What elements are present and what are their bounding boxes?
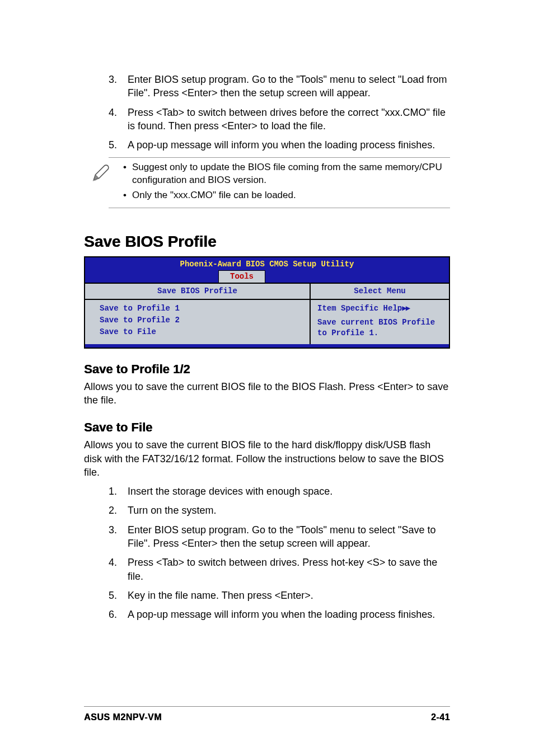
step-text: Insert the storage devices with enough s… [128,485,450,498]
list-item: 4.Press <Tab> to switch between drives. … [109,556,450,583]
list-item: 4. Press <Tab> to switch between drives … [109,106,450,133]
bios-tab-label: Tools [230,272,254,281]
bullet-icon: • [118,189,132,202]
step-number: 2. [109,504,128,517]
divider [109,208,450,208]
footer-product: ASUS M2NPV-VM [84,712,162,722]
bios-screenshot: Phoenix-Award BIOS CMOS Setup Utility To… [84,256,450,348]
note-text: Only the "xxx.CMO" file can be loaded. [132,189,450,202]
subsection-heading: Save to Profile 1/2 [84,362,450,377]
section-heading: Save BIOS Profile [84,233,450,251]
bios-right-header: Select Menu [311,284,449,300]
footer-page-number: 2-41 [431,712,450,722]
step-number: 4. [109,106,128,133]
step-text: A pop-up message will inform you when th… [128,138,450,152]
step-number: 4. [109,556,128,583]
bios-menu-items: Save to Profile 1 Save to Profile 2 Save… [85,300,310,344]
list-item: 5.Key in the file name. Then press <Ente… [109,589,450,602]
note-text: Suggest only to update the BIOS file com… [132,161,450,187]
bios-title: Phoenix-Award BIOS CMOS Setup Utility [85,257,449,270]
step-number: 5. [109,589,128,602]
step-number: 3. [109,523,128,551]
step-text: Enter BIOS setup program. Go to the "Too… [128,523,450,551]
arrow-right-icon: ▶▶ [402,304,409,313]
step-text: A pop-up message will inform you when th… [128,608,450,621]
step-number: 6. [109,608,128,621]
load-from-file-steps: 3. Enter BIOS setup program. Go to the "… [109,73,450,152]
step-text: Turn on the system. [128,504,450,517]
list-item: 6.A pop-up message will inform you when … [109,608,450,621]
bios-dash-border [85,344,449,348]
bios-tab-tools: Tools [218,270,265,283]
body-text: Allows you to save the current BIOS file… [84,438,450,479]
bios-tab-bar: Tools [85,270,449,283]
divider [109,157,450,158]
bios-right-pane: Select Menu Item Specific Help▶▶ Save cu… [311,284,449,344]
list-item: • Suggest only to update the BIOS file c… [118,161,450,187]
step-text: Key in the file name. Then press <Enter>… [128,589,450,602]
bios-menu-item: Save to Profile 2 [100,315,310,326]
pencil-note-icon [84,161,118,184]
list-item: 3. Enter BIOS setup program. Go to the "… [109,73,450,100]
step-text: Press <Tab> to switch between drives. Pr… [128,556,450,583]
note-list: • Suggest only to update the BIOS file c… [118,161,450,204]
bios-left-pane: Save BIOS Profile Save to Profile 1 Save… [85,284,311,344]
save-to-file-steps: 1.Insert the storage devices with enough… [109,485,450,621]
page-footer: ASUS M2NPV-VM 2-41 [84,706,450,722]
list-item: 5. A pop-up message will inform you when… [109,138,450,152]
list-item: 2.Turn on the system. [109,504,450,517]
bullet-icon: • [118,161,132,187]
note-block: • Suggest only to update the BIOS file c… [84,157,450,208]
step-text: Press <Tab> to switch between drives bef… [128,106,450,133]
subsection-heading: Save to File [84,420,450,435]
body-text: Allows you to save the current BIOS file… [84,380,450,407]
bios-help-label: Item Specific Help▶▶ [317,303,443,314]
bios-menu-item: Save to File [100,327,310,337]
list-item: 1.Insert the storage devices with enough… [109,485,450,498]
step-number: 3. [109,73,128,100]
bios-left-header: Save BIOS Profile [85,284,310,300]
step-number: 5. [109,138,128,152]
list-item: 3.Enter BIOS setup program. Go to the "T… [109,523,450,551]
bios-help-text: Save current BIOS Profile to Profile 1. [317,317,443,339]
bios-menu-item: Save to Profile 1 [100,303,310,314]
step-text: Enter BIOS setup program. Go to the "Too… [128,73,450,100]
list-item: • Only the "xxx.CMO" file can be loaded. [118,189,450,202]
step-number: 1. [109,485,128,498]
